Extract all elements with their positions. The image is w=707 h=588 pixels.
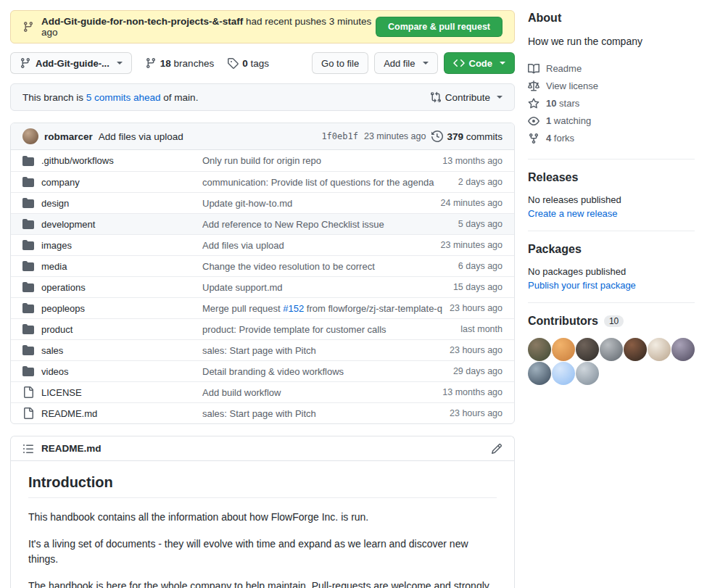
- file-row[interactable]: peopleops Merge pull request #152 from f…: [11, 297, 514, 318]
- file-commit-message[interactable]: product: Provide template for customer c…: [202, 324, 453, 335]
- contributor-avatar[interactable]: [671, 338, 695, 361]
- file-commit-message[interactable]: Add reference to New Repo Checklist issu…: [202, 219, 451, 230]
- file-name[interactable]: images: [41, 240, 195, 251]
- banner-branch-name: Add-Git-guide-for-non-tech-projects-&-st…: [41, 16, 243, 27]
- file-name[interactable]: README.md: [41, 408, 195, 419]
- folder-icon: [22, 260, 34, 272]
- branches-link[interactable]: 18 branches: [145, 57, 214, 69]
- list-unordered-icon: [22, 443, 34, 455]
- file-commit-message[interactable]: Update git-how-to.md: [202, 198, 434, 209]
- file-commit-message[interactable]: Add build workflow: [202, 387, 435, 398]
- sidebar-item-watching[interactable]: 1 watching: [528, 112, 695, 130]
- file-name[interactable]: sales: [41, 345, 195, 356]
- branch-selector[interactable]: Add-Git-guide-...: [10, 52, 132, 74]
- contributor-avatar[interactable]: [576, 362, 599, 385]
- commit-author-avatar[interactable]: [22, 128, 38, 144]
- watching-label: watching: [554, 115, 591, 126]
- file-commit-message[interactable]: Update support.md: [202, 282, 446, 293]
- file-navigation-card: robmarcer Add files via upload 1f0eb1f 2…: [10, 123, 515, 424]
- readme-content: Introduction This handbook contains all …: [11, 461, 514, 588]
- readme-file-title[interactable]: README.md: [41, 443, 102, 454]
- file-row[interactable]: README.md sales: Start page with Pitch 2…: [11, 402, 514, 423]
- file-name[interactable]: videos: [41, 366, 195, 377]
- contributor-avatar[interactable]: [552, 338, 575, 361]
- file-name[interactable]: operations: [41, 282, 195, 293]
- file-name[interactable]: LICENSE: [41, 387, 195, 398]
- file-name[interactable]: design: [41, 198, 195, 209]
- file-row[interactable]: images Add files via upload 23 minutes a…: [11, 234, 514, 255]
- file-commit-message[interactable]: communication: Provide list of questions…: [202, 177, 451, 188]
- sidebar-item-readme[interactable]: Readme: [528, 60, 695, 78]
- contributor-avatar[interactable]: [552, 362, 575, 385]
- add-file-button[interactable]: Add file: [374, 52, 437, 74]
- file-row[interactable]: .github/workflows Only run build for ori…: [11, 150, 514, 171]
- file-row[interactable]: media Change the video resolution to be …: [11, 255, 514, 276]
- commit-history-link[interactable]: 379 commits: [431, 131, 503, 142]
- create-release-link[interactable]: Create a new release: [528, 208, 618, 219]
- code-button[interactable]: Code: [444, 52, 516, 74]
- file-row[interactable]: product product: Provide template for cu…: [11, 318, 514, 339]
- folder-icon: [22, 155, 34, 167]
- file-row[interactable]: operations Update support.md 15 days ago: [11, 276, 514, 297]
- contributor-avatar[interactable]: [576, 338, 599, 361]
- edit-readme-button[interactable]: [491, 443, 503, 455]
- file-row[interactable]: design Update git-how-to.md 24 minutes a…: [11, 192, 514, 213]
- commit-sha[interactable]: 1f0eb1f: [321, 131, 358, 141]
- contribute-button[interactable]: Contribute: [430, 91, 503, 103]
- file-row[interactable]: LICENSE Add build workflow 13 months ago: [11, 381, 514, 402]
- commits-ahead-link[interactable]: 5 commits ahead: [86, 92, 161, 103]
- commit-message[interactable]: Add files via upload: [99, 131, 183, 142]
- contributors-section: Contributors 10: [528, 315, 695, 397]
- file-commit-message[interactable]: Only run build for origin repo: [202, 155, 435, 166]
- file-name[interactable]: product: [41, 324, 195, 335]
- readme-link-label: Readme: [546, 63, 582, 74]
- file-commit-message[interactable]: sales: Start page with Pitch: [202, 408, 442, 419]
- sidebar-item-stars[interactable]: 10 stars: [528, 95, 695, 112]
- contributor-avatar[interactable]: [528, 362, 551, 385]
- latest-commit-bar: robmarcer Add files via upload 1f0eb1f 2…: [11, 123, 514, 150]
- star-icon: [528, 98, 539, 109]
- tags-link[interactable]: 0 tags: [227, 57, 269, 69]
- file-row[interactable]: sales sales: Start page with Pitch 23 ho…: [11, 339, 514, 360]
- pull-request-link[interactable]: #152: [283, 303, 304, 314]
- license-link-label: View license: [546, 80, 598, 91]
- repo-toolbar: Add-Git-guide-... 18 branches 0 tags Go …: [10, 52, 515, 74]
- packages-title[interactable]: Packages: [528, 243, 695, 256]
- file-row[interactable]: development Add reference to New Repo Ch…: [11, 213, 514, 234]
- readme-header: README.md: [11, 436, 514, 461]
- releases-title[interactable]: Releases: [528, 171, 695, 184]
- file-name[interactable]: peopleops: [41, 303, 195, 314]
- publish-package-link[interactable]: Publish your first package: [528, 280, 636, 291]
- releases-section: Releases No releases published Create a …: [528, 171, 695, 231]
- history-icon: [431, 131, 443, 142]
- file-commit-message[interactable]: Detail branding & video workflows: [202, 366, 446, 377]
- commit-author[interactable]: robmarcer: [44, 131, 93, 142]
- file-row[interactable]: company communication: Provide list of q…: [11, 171, 514, 192]
- stars-count: 10: [546, 98, 556, 109]
- go-to-file-button[interactable]: Go to file: [312, 52, 368, 74]
- readme-heading: Introduction: [28, 474, 497, 498]
- file-commit-message[interactable]: sales: Start page with Pitch: [202, 345, 442, 356]
- file-name[interactable]: media: [41, 261, 195, 272]
- branch-status-bar: This branch is 5 commits ahead of main. …: [10, 83, 515, 111]
- file-name[interactable]: development: [41, 219, 195, 230]
- file-commit-message[interactable]: Merge pull request #152 from flowforge/z…: [202, 303, 442, 314]
- contributor-avatar[interactable]: [600, 338, 623, 361]
- file-icon: [22, 386, 34, 398]
- contributor-avatar[interactable]: [648, 338, 671, 361]
- file-name[interactable]: .github/workflows: [41, 155, 195, 166]
- file-name[interactable]: company: [41, 177, 195, 188]
- contributors-title[interactable]: Contributors: [528, 315, 598, 328]
- forks-label: forks: [554, 133, 574, 144]
- sidebar-item-license[interactable]: View license: [528, 78, 695, 95]
- file-commit-time: 24 minutes ago: [441, 198, 503, 208]
- file-row[interactable]: videos Detail branding & video workflows…: [11, 360, 514, 381]
- file-commit-message[interactable]: Change the video resolution to be correc…: [202, 261, 451, 272]
- compare-pull-request-button[interactable]: Compare & pull request: [376, 17, 503, 37]
- contributor-avatar[interactable]: [528, 338, 551, 361]
- file-commit-message[interactable]: Add files via upload: [202, 240, 434, 251]
- contributor-avatar[interactable]: [624, 338, 647, 361]
- sidebar-item-forks[interactable]: 4 forks: [528, 130, 695, 147]
- tags-label: tags: [250, 58, 269, 69]
- watching-count: 1: [546, 115, 551, 126]
